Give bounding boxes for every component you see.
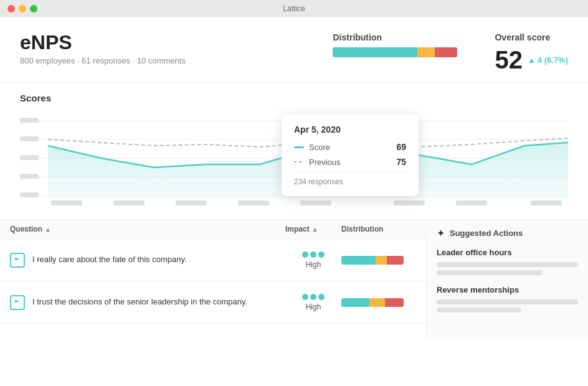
title-bar: Lattice (0, 0, 588, 17)
flag-icon-2 (15, 300, 20, 305)
enps-subtitle: 800 employees · 61 responses · 10 commen… (20, 56, 186, 65)
arrow-up-icon: ▲ (528, 56, 536, 64)
tooltip-responses: 234 responses (294, 172, 406, 186)
sparkle-icon: ✦ (437, 227, 445, 239)
svg-rect-8 (20, 174, 39, 179)
tooltip-date: Apr 5, 2020 (294, 125, 406, 134)
change-value: 4 (6.7%) (538, 56, 568, 64)
previous-line-icon (294, 161, 304, 162)
main-container: eNPS 800 employees · 61 responses · 10 c… (0, 17, 588, 386)
maximize-button[interactable] (30, 5, 37, 12)
row-flag-2 (10, 295, 25, 310)
svg-rect-7 (20, 155, 39, 160)
score-line-icon (294, 146, 304, 148)
passive-segment (417, 47, 435, 57)
traffic-lights (7, 5, 37, 12)
chart-title: Scores (20, 93, 568, 103)
impact-label-2: High (306, 303, 321, 311)
enps-title: eNPS (20, 32, 186, 52)
page-header: eNPS 800 employees · 61 responses · 10 c… (0, 17, 588, 83)
th-distribution: Distribution (341, 225, 416, 233)
row-dist-1 (341, 256, 416, 265)
table-row[interactable]: I trust the decisions of the senior lead… (0, 281, 426, 324)
row-impact-2: High (285, 294, 341, 311)
detractor-segment (435, 47, 457, 57)
enps-info: eNPS 800 employees · 61 responses · 10 c… (20, 32, 186, 65)
tooltip-score-value: 69 (396, 142, 406, 152)
mini-dist-bar-1 (341, 256, 404, 265)
close-button[interactable] (7, 5, 15, 12)
overall-score-value: 52 ▲ 4 (6.7%) (495, 47, 568, 72)
action-line-1-2 (437, 270, 543, 275)
row-dist-2 (341, 298, 416, 307)
svg-rect-16 (456, 200, 487, 205)
svg-rect-14 (300, 200, 331, 205)
action-item-2[interactable]: Reverse mentorships (437, 285, 578, 313)
distribution-section: Distribution (333, 32, 457, 57)
dot-1-3 (318, 252, 325, 258)
action-title-1: Leader office hours (437, 248, 578, 257)
svg-rect-15 (394, 200, 425, 205)
table-left: Question ▲ Impact ▲ Distribution I reall… (0, 220, 426, 339)
table-section: Question ▲ Impact ▲ Distribution I reall… (0, 220, 588, 339)
chart-container: Apr 5, 2020 Score 69 Previous 75 234 res… (20, 108, 568, 217)
sort-icon-question: ▲ (45, 226, 51, 233)
score-number: 52 (495, 47, 523, 72)
row-question-1: I really care about the fate of this com… (32, 254, 285, 265)
row-impact-1: High (285, 252, 341, 269)
svg-rect-6 (20, 136, 39, 141)
action-line-1-1 (437, 262, 578, 267)
tooltip-score-row: Score 69 (294, 142, 406, 152)
mini-dist-bar-2 (341, 298, 404, 307)
svg-rect-11 (113, 200, 145, 205)
overall-score-section: Overall score 52 ▲ 4 (6.7%) (495, 32, 568, 72)
impact-label-1: High (306, 260, 321, 269)
svg-rect-10 (51, 200, 82, 205)
th-impact[interactable]: Impact ▲ (285, 225, 341, 233)
impact-dots-1 (302, 252, 325, 258)
row-question-2: I trust the decisions of the senior lead… (32, 296, 285, 308)
table-header: Question ▲ Impact ▲ Distribution (0, 220, 426, 239)
dot-1-1 (302, 252, 308, 258)
action-item-1[interactable]: Leader office hours (437, 248, 578, 275)
panel-header: ✦ Suggested Actions (437, 227, 578, 239)
tooltip-previous-value: 75 (396, 157, 406, 167)
promoter-segment (333, 47, 417, 57)
dot-2-2 (310, 294, 316, 300)
action-line-2-1 (437, 299, 578, 304)
dot-2-1 (302, 294, 308, 300)
chart-tooltip: Apr 5, 2020 Score 69 Previous 75 234 res… (282, 115, 419, 196)
distribution-label: Distribution (333, 32, 382, 42)
svg-rect-13 (238, 200, 269, 205)
tooltip-previous-label: Previous (294, 158, 341, 167)
panel-title: Suggested Actions (450, 228, 523, 238)
table-row[interactable]: I really care about the fate of this com… (0, 239, 426, 281)
th-question[interactable]: Question ▲ (10, 225, 285, 233)
app-title: Lattice (283, 4, 305, 13)
suggested-actions-panel: ✦ Suggested Actions Leader office hours … (426, 220, 588, 339)
impact-dots-2 (302, 294, 325, 300)
distribution-bar (333, 47, 457, 57)
score-change: ▲ 4 (6.7%) (528, 56, 568, 64)
svg-rect-5 (20, 118, 39, 123)
svg-rect-17 (531, 200, 562, 205)
sort-icon-impact: ▲ (312, 226, 318, 233)
svg-rect-12 (176, 200, 207, 205)
chart-section: Scores (0, 83, 588, 220)
header-right: Distribution Overall score 52 ▲ 4 (6.7%) (333, 32, 568, 72)
dot-1-2 (310, 252, 316, 258)
tooltip-score-label: Score (294, 143, 330, 152)
flag-icon-1 (15, 258, 20, 263)
overall-score-label: Overall score (495, 32, 550, 42)
action-line-2-2 (437, 308, 521, 313)
tooltip-previous-row: Previous 75 (294, 157, 406, 167)
svg-rect-9 (20, 192, 39, 197)
action-title-2: Reverse mentorships (437, 285, 578, 294)
minimize-button[interactable] (19, 5, 26, 12)
dot-2-3 (318, 294, 325, 300)
row-flag-1 (10, 253, 25, 268)
